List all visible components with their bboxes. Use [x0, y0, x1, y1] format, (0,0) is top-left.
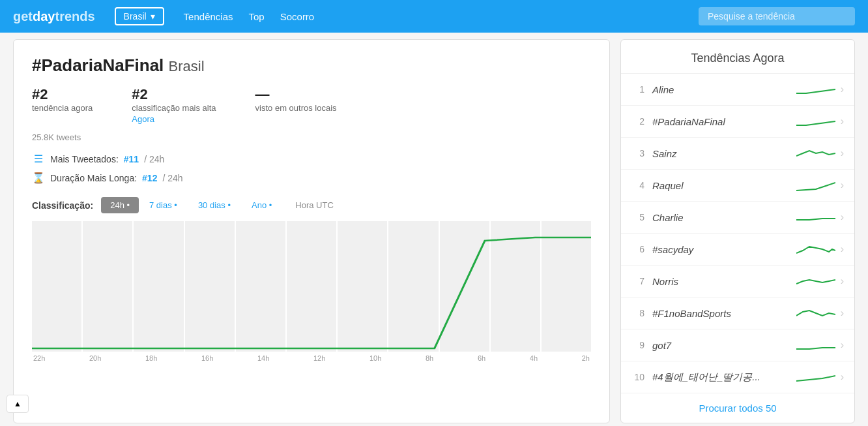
- trend-item[interactable]: 6#sacyday›: [621, 234, 854, 266]
- chevron-right-icon: ›: [841, 115, 844, 127]
- mais-tweetados-suffix: / 24h: [144, 154, 164, 164]
- period-7d-btn[interactable]: 7 dias •: [147, 200, 180, 210]
- trend-item[interactable]: 10#4월에_태어난_딸기공...›: [621, 361, 854, 393]
- trend-name: #sacyday: [652, 244, 796, 255]
- mais-tweetados-rank: #11: [124, 154, 139, 164]
- chart-col-10h: [338, 221, 387, 352]
- trend-item[interactable]: 3Sainz›: [621, 138, 854, 170]
- classification-row: Classificação: 24h • 7 dias • 30 dias • …: [32, 197, 591, 213]
- trend-num: 7: [631, 276, 644, 286]
- logo-trends: trends: [55, 9, 94, 23]
- trend-item[interactable]: 7Norris›: [621, 266, 854, 297]
- trend-num: 2: [631, 116, 644, 127]
- x-label-14h: 14h: [257, 354, 269, 362]
- duracao-row: ⌛ Duração Mais Longa: #12 / 24h: [32, 172, 591, 184]
- trend-sparkline: [796, 112, 835, 130]
- trend-sparkline: [796, 272, 835, 290]
- trend-item[interactable]: 4Raquel›: [621, 170, 854, 202]
- duracao-suffix: / 24h: [162, 173, 182, 183]
- duracao-rank: #12: [142, 173, 157, 183]
- stat-highest-link[interactable]: Agora: [132, 114, 154, 124]
- x-label-2h: 2h: [582, 354, 590, 362]
- scroll-to-top-button[interactable]: ▲: [7, 395, 29, 413]
- trend-name: Charlie: [652, 212, 796, 223]
- trend-name: #PadariaNaFinal: [652, 116, 796, 127]
- stats-row: #2 tendência agora #2 classificação mais…: [32, 86, 591, 125]
- chevron-right-icon: ›: [841, 84, 844, 95]
- chart-col-12h: [287, 221, 336, 352]
- trend-name: #F1noBandSports: [652, 308, 796, 319]
- period-24h-btn[interactable]: 24h •: [101, 197, 139, 213]
- trend-num: 10: [631, 372, 644, 382]
- dropdown-icon: ▾: [151, 11, 155, 22]
- stat-current-num: #2: [32, 86, 93, 103]
- stat-current-label: tendência agora: [32, 103, 93, 113]
- chart-col-8h: [388, 221, 438, 352]
- stat-block-other: — visto em outros locais: [255, 86, 337, 125]
- trend-item[interactable]: 5Charlie›: [621, 202, 854, 234]
- chevron-right-icon: ›: [841, 339, 844, 351]
- chevron-right-icon: ›: [841, 147, 844, 159]
- chart-area: 22h 20h 18h 16h 14h 12h 10h 8h 6h 4h 2h: [32, 221, 591, 365]
- trend-item[interactable]: 2#PadariaNaFinal›: [621, 106, 854, 138]
- trend-name: Sainz: [652, 148, 796, 159]
- stat-other-num: —: [255, 86, 337, 103]
- trend-num: 9: [631, 340, 644, 350]
- mais-tweetados-row: ☰ Mais Tweetados: #11 / 24h: [32, 153, 591, 165]
- x-label-20h: 20h: [89, 354, 101, 362]
- trend-num: 5: [631, 212, 644, 222]
- trend-name: got7: [652, 340, 796, 351]
- x-label-10h: 10h: [369, 354, 381, 362]
- main-container: #PadariaNaFinal Brasil #2 tendência agor…: [0, 33, 868, 426]
- trend-item[interactable]: 9got7›: [621, 329, 854, 361]
- x-label-8h: 8h: [426, 354, 433, 362]
- logo[interactable]: getdaytrends: [13, 9, 95, 24]
- header: getdaytrends Brasil ▾ Tendências Top Soc…: [0, 0, 868, 33]
- brasil-label: Brasil: [124, 11, 147, 22]
- chevron-right-icon: ›: [841, 243, 844, 255]
- tweets-count: 25.8K tweets: [32, 132, 591, 142]
- trend-item[interactable]: 8#F1noBandSports›: [621, 297, 854, 329]
- duracao-label: Duração Mais Longa:: [50, 173, 137, 183]
- tendencias-agora-title: Tendências Agora: [621, 40, 854, 74]
- nav-top[interactable]: Top: [249, 11, 265, 22]
- topic-title: #PadariaNaFinal Brasil: [32, 55, 591, 76]
- chart-col-16h: [185, 221, 235, 352]
- chart-x-labels: 22h 20h 18h 16h 14h 12h 10h 8h 6h 4h 2h: [32, 354, 591, 362]
- stat-highest-num: #2: [132, 86, 216, 103]
- chart-col-20h: [83, 221, 132, 352]
- trend-sparkline: [796, 368, 835, 386]
- x-label-6h: 6h: [478, 354, 485, 362]
- trend-name: #4월에_태어난_딸기공...: [652, 371, 796, 384]
- chevron-right-icon: ›: [841, 179, 844, 191]
- left-panel: #PadariaNaFinal Brasil #2 tendência agor…: [13, 39, 610, 423]
- chart-col-6h: [440, 221, 489, 352]
- trend-name: Norris: [652, 276, 796, 287]
- nav-tendencias[interactable]: Tendências: [184, 11, 233, 22]
- trend-item[interactable]: 1Aline›: [621, 74, 854, 106]
- trend-sparkline: [796, 208, 835, 226]
- stat-block-highest: #2 classificação mais alta Agora: [132, 86, 216, 125]
- trend-num: 8: [631, 308, 644, 318]
- x-label-18h: 18h: [145, 354, 157, 362]
- chart-col-2h: [542, 221, 591, 352]
- x-label-12h: 12h: [313, 354, 325, 362]
- chevron-right-icon: ›: [841, 275, 844, 287]
- mais-tweetados-icon: ☰: [32, 153, 45, 165]
- trend-sparkline: [796, 336, 835, 354]
- trend-name: Raquel: [652, 180, 796, 191]
- utc-label: Hora UTC: [295, 200, 334, 210]
- brasil-dropdown[interactable]: Brasil ▾: [115, 7, 164, 25]
- chart-col-22h: [32, 221, 81, 352]
- period-year-btn[interactable]: Ano •: [249, 200, 274, 210]
- trend-name: Aline: [652, 84, 796, 95]
- chart-col-4h: [491, 221, 540, 352]
- period-30d-btn[interactable]: 30 dias •: [195, 200, 233, 210]
- stat-highest-label: classificação mais alta: [132, 103, 216, 113]
- see-all-button[interactable]: Procurar todos 50: [621, 393, 854, 423]
- nav-socorro[interactable]: Socorro: [280, 11, 315, 22]
- topic-country: Brasil: [169, 58, 205, 74]
- chevron-right-icon: ›: [841, 371, 844, 383]
- trend-num: 1: [631, 84, 644, 95]
- search-input[interactable]: [699, 7, 855, 25]
